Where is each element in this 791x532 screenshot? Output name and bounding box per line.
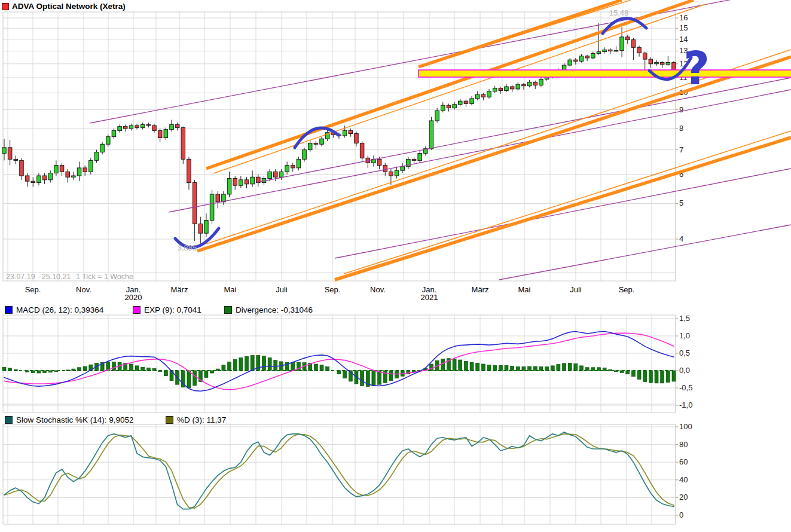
candlestick [418,153,422,160]
price-axis-label: 15 [679,23,688,32]
candlestick [141,124,145,127]
divergence-bar [187,371,191,388]
divergence-bar [539,367,543,371]
candlestick [499,88,503,91]
divergence-bar [464,361,468,371]
candlestick [274,172,278,177]
divergence-bar [26,371,29,372]
divergence-bar [135,366,139,371]
candlestick [170,124,174,129]
candlestick [574,60,578,61]
divergence-bar [505,365,508,371]
divergence-bar [54,371,58,372]
candlestick [20,160,24,176]
divergence-bar [83,366,87,371]
divergence-bar [631,371,635,377]
divergence-bar [274,360,277,371]
divergence-bar [268,358,271,371]
macd-swatch-icon [5,306,13,314]
price-axis-label: 9 [679,105,683,114]
candlestick [37,176,41,182]
candlestick [597,51,601,53]
candlestick [187,159,191,182]
divergence-legend-item[interactable]: Divergence: -0,31046 [224,305,313,314]
stochastic-d-line [4,434,674,508]
candlestick [539,79,543,85]
candlestick [614,50,618,51]
candlestick [285,166,289,172]
candlestick [204,221,209,234]
macd-legend-item[interactable]: MACD (26, 12): 0,39364 [5,305,103,314]
candlestick [268,172,272,178]
x-axis-month-label: Nov. [370,285,386,294]
divergence-bar [580,366,584,371]
divergence-bar [614,371,618,372]
divergence-bar [222,365,225,371]
candlestick [279,172,283,177]
divergence-bar [499,365,502,371]
candlestick [475,94,480,99]
blue-annotation-curve [603,19,646,33]
candlestick [106,137,111,145]
candlestick [227,179,231,194]
divergence-bar [557,365,560,371]
x-axis-month-label: Juli [570,285,582,294]
exp-legend-item[interactable]: EXP (9): 0,7041 [133,305,201,314]
divergence-bar [14,369,17,371]
candlestick [395,170,399,176]
divergence-bar [626,371,630,374]
candlestick [291,166,295,168]
divergence-bar [522,367,526,371]
candlestick [135,126,139,127]
stochastic-d-swatch-icon [166,416,173,424]
divergence-bar [637,371,641,380]
orange-trendline-thin [213,4,706,173]
divergence-bar [481,364,485,371]
macd-line [4,331,674,391]
divergence-bar [511,366,514,371]
candlestick [245,180,249,184]
divergence-bar [343,371,347,378]
divergence-bar [78,368,81,371]
candlestick [251,177,255,184]
stochastic-k-swatch-icon [5,416,13,424]
divergence-bar [372,371,375,386]
candlestick [568,60,572,65]
stochastic-d-legend-item[interactable]: %D (3): 11,37 [166,415,226,424]
candlestick [60,166,64,172]
x-axis-month-label: Juli [276,285,288,294]
candlestick [505,87,509,90]
candlestick [343,130,347,136]
macd-axis-label: 0,0 [679,366,690,375]
macd-axis-label: 1,0 [679,331,690,340]
divergence-bar [620,371,624,372]
x-axis-month-label: März [472,285,489,294]
candlestick [124,127,128,129]
candlestick [48,173,53,180]
candlestick [447,105,451,108]
candlestick [389,172,393,176]
high-price-label: 15,48 [609,8,629,17]
candlestick [649,59,653,64]
candlestick [14,159,18,160]
divergence-bar [574,363,578,371]
divergence-bar [563,363,566,371]
candlestick [603,50,607,51]
stochastic-axis-label: 80 [679,440,688,449]
divergence-bar [597,368,600,371]
candlestick [666,63,670,65]
stochastic-axis-label: 20 [679,493,688,502]
question-mark-annotation: ? [683,42,710,95]
divergence-bar [8,368,12,371]
panel-border [3,424,676,524]
divergence-bar [545,367,549,371]
divergence-bar [233,359,237,371]
divergence-swatch-icon [224,306,232,314]
stochastic-k-legend-item[interactable]: Slow Stochastic %K (14): 9,9052 [5,415,134,424]
purple-trendline [499,225,791,280]
price-axis-label: 8 [679,124,683,133]
chart-canvas[interactable]: 161514131211109876541,51,00,50,0-0,5-1,0… [0,0,791,532]
divergence-bar [476,363,480,371]
divergence-bar [661,371,664,383]
candlestick [72,176,76,177]
